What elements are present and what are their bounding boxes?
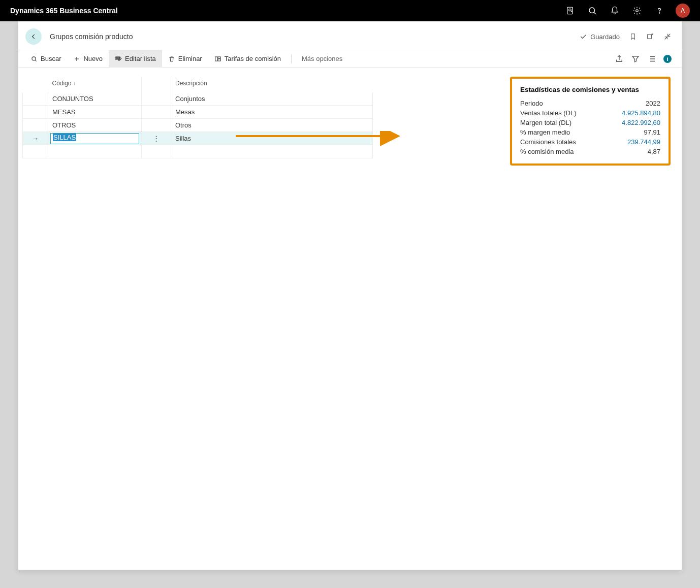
svg-rect-10 (218, 56, 220, 58)
bell-icon[interactable] (604, 0, 625, 21)
avatar[interactable]: A (676, 4, 690, 18)
popout-icon[interactable] (646, 32, 654, 41)
page-title: Grupos comisión producto (50, 32, 579, 41)
search-label: Buscar (41, 55, 61, 62)
stat-margen: Margen total (DL) 4.822.992,60 (520, 118, 660, 127)
app-top-bar: Dynamics 365 Business Central A (0, 0, 700, 21)
svg-point-4 (659, 13, 659, 13)
cell-codigo[interactable]: OTROS (48, 119, 142, 132)
gear-icon[interactable] (627, 0, 647, 21)
filter-icon[interactable] (631, 54, 640, 63)
cell-codigo-editing[interactable]: SILLAS (48, 132, 142, 145)
edit-list-icon (115, 55, 122, 62)
row-marker (23, 119, 48, 132)
stat-comisiones-value[interactable]: 239.744,99 (627, 138, 660, 146)
row-actions[interactable] (142, 106, 171, 119)
check-icon (579, 32, 587, 41)
rates-icon (214, 55, 221, 62)
cell-desc[interactable]: Sillas (171, 132, 373, 145)
svg-point-6 (32, 56, 36, 60)
trash-icon (168, 55, 175, 62)
toolbar-right: i (615, 54, 672, 63)
col-header-actions (142, 77, 171, 92)
codigo-input[interactable]: SILLAS (50, 133, 139, 144)
commission-rates-button[interactable]: Tarifas de comisión (208, 50, 287, 68)
svg-rect-11 (218, 59, 220, 61)
table-row[interactable]: CONJUNTOS Conjuntos (23, 92, 373, 106)
row-actions[interactable] (142, 92, 171, 106)
table-row[interactable]: MESAS Mesas (23, 106, 373, 119)
more-options-button[interactable]: Más opciones (296, 55, 348, 62)
cell-codigo[interactable]: MESAS (48, 106, 142, 119)
plus-icon (73, 55, 80, 62)
cell-desc[interactable]: Conjuntos (171, 92, 373, 106)
list-icon[interactable] (647, 54, 656, 63)
action-toolbar: Buscar Nuevo Editar lista Eliminar Tarif… (18, 50, 682, 68)
page-header-actions: Guardado (579, 32, 672, 41)
product-commission-groups-grid: Código ↑ Descripción CONJUNTOS Con (22, 77, 373, 158)
stat-periodo: Periodo 2022 (520, 99, 660, 108)
back-button[interactable] (25, 28, 42, 45)
page-card: Grupos comisión producto Guardado Buscar… (18, 21, 682, 570)
info-icon[interactable]: i (663, 55, 672, 63)
table-row[interactable]: OTROS Otros (23, 119, 373, 132)
delete-label: Eliminar (178, 55, 202, 62)
toolbar-separator (291, 54, 292, 63)
page-header: Grupos comisión producto Guardado (18, 25, 682, 50)
row-marker (23, 145, 48, 158)
lookup-icon[interactable] (560, 0, 580, 21)
search-button[interactable]: Buscar (24, 50, 67, 68)
new-label: Nuevo (83, 55, 103, 62)
cell-desc[interactable]: Otros (171, 119, 373, 132)
cell-desc[interactable] (171, 145, 373, 158)
row-marker (23, 92, 48, 106)
cell-desc[interactable]: Mesas (171, 106, 373, 119)
stat-margen-value[interactable]: 4.822.992,60 (622, 119, 660, 126)
svg-rect-7 (116, 56, 120, 57)
row-marker-arrow: → (23, 132, 48, 145)
help-icon[interactable] (649, 0, 670, 21)
stats-factbox: Estadísticas de comisiones y ventas Peri… (510, 77, 671, 166)
edit-list-button[interactable]: Editar lista (109, 50, 162, 68)
stat-comisiones: Comisiones totales 239.744,99 (520, 137, 660, 147)
edit-list-label: Editar lista (125, 55, 156, 62)
collapse-icon[interactable] (663, 32, 672, 41)
cell-codigo[interactable]: CONJUNTOS (48, 92, 142, 106)
col-header-marker (23, 77, 48, 92)
grid-container: Código ↑ Descripción CONJUNTOS Con (22, 77, 373, 166)
table-row-selected[interactable]: → SILLAS ⋮ Sillas (23, 132, 373, 145)
cell-codigo[interactable] (48, 145, 142, 158)
new-button[interactable]: Nuevo (67, 50, 109, 68)
share-icon[interactable] (615, 54, 624, 63)
saved-label: Guardado (590, 33, 620, 41)
delete-button[interactable]: Eliminar (162, 50, 208, 68)
row-actions[interactable] (142, 119, 171, 132)
col-header-codigo[interactable]: Código ↑ (48, 77, 142, 92)
svg-point-2 (589, 8, 595, 13)
stat-pct-comision: % comisión media 4,87 (520, 147, 660, 156)
saved-indicator: Guardado (579, 32, 620, 41)
side-panel: Estadísticas de comisiones y ventas Peri… (385, 77, 671, 166)
search-icon[interactable] (582, 0, 602, 21)
stats-title: Estadísticas de comisiones y ventas (520, 86, 660, 93)
top-bar-actions: A (560, 0, 690, 21)
svg-point-3 (636, 10, 639, 12)
sort-asc-icon: ↑ (73, 81, 76, 86)
svg-rect-9 (215, 56, 217, 60)
table-row-empty[interactable] (23, 145, 373, 158)
col-header-desc[interactable]: Descripción (171, 77, 373, 92)
outer-frame: Grupos comisión producto Guardado Buscar… (0, 21, 700, 588)
svg-rect-5 (648, 35, 652, 39)
row-marker (23, 106, 48, 119)
stat-ventas: Ventas totales (DL) 4.925.894,80 (520, 108, 660, 118)
stat-ventas-value[interactable]: 4.925.894,80 (622, 109, 660, 117)
commission-rates-label: Tarifas de comisión (225, 55, 281, 62)
bookmark-icon[interactable] (629, 32, 637, 41)
content-area: Código ↑ Descripción CONJUNTOS Con (18, 68, 682, 166)
stat-pct-margen: % margen medio 97,91 (520, 127, 660, 137)
app-title: Dynamics 365 Business Central (10, 7, 118, 15)
row-actions[interactable] (142, 145, 171, 158)
search-icon (30, 55, 38, 62)
svg-rect-0 (567, 7, 573, 14)
row-actions[interactable]: ⋮ (142, 132, 171, 145)
